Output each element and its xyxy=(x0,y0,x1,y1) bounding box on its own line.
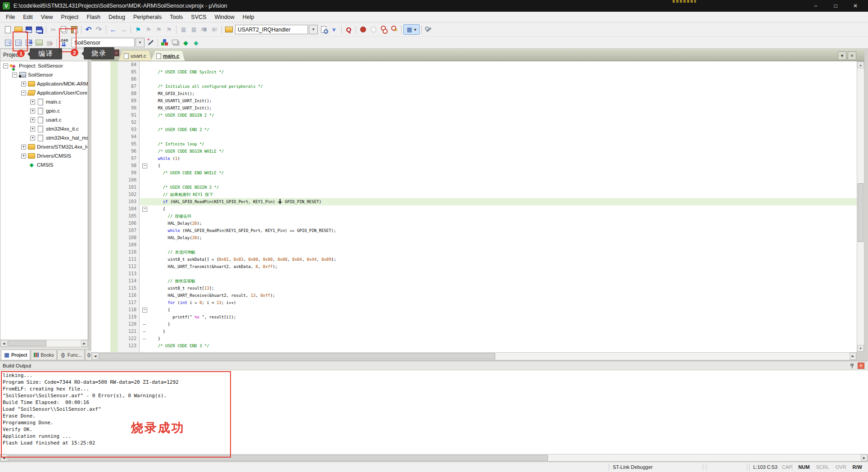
save-icon[interactable] xyxy=(23,25,34,34)
load-icon[interactable] xyxy=(59,38,69,47)
redo-icon[interactable] xyxy=(94,25,104,34)
code-line[interactable]: while (1) xyxy=(140,155,857,162)
code-line[interactable] xyxy=(140,241,857,249)
tree-expander-icon[interactable]: + xyxy=(21,145,26,150)
build-icon[interactable] xyxy=(13,38,23,47)
pin-icon[interactable] xyxy=(850,363,854,368)
breakpoint-enable-icon[interactable] xyxy=(379,25,389,34)
find-in-files-icon[interactable] xyxy=(319,25,329,34)
paste-icon[interactable] xyxy=(69,25,79,34)
code-line[interactable]: } xyxy=(140,335,857,342)
tree-item-application-user-core[interactable]: −Application/User/Core xyxy=(0,88,88,97)
function-combo[interactable]: USART2_IRQHandler xyxy=(235,25,308,34)
code-line[interactable]: /* USER CODE END WHILE */ xyxy=(140,169,857,177)
undo-icon[interactable] xyxy=(83,25,94,34)
scroll-thumb[interactable] xyxy=(8,455,548,461)
scroll-left-icon[interactable]: ◀ xyxy=(0,454,7,461)
windows-layers-icon[interactable] xyxy=(170,38,181,47)
code-line[interactable] xyxy=(140,270,857,277)
code-line[interactable]: MX_USART2_UART_Init(); xyxy=(140,104,857,112)
comment-icon[interactable] xyxy=(199,25,209,34)
code-line[interactable]: uint8_t askData[] = {0x01, 0x03, 0x00, 0… xyxy=(140,256,857,263)
tree-expander-icon[interactable]: + xyxy=(30,109,35,113)
menu-tools[interactable]: Tools xyxy=(166,13,187,22)
build-output-hscrollbar[interactable]: ◀ ▶ xyxy=(0,454,868,462)
scroll-right-icon[interactable]: ▶ xyxy=(850,353,856,360)
bookmark-next-icon[interactable] xyxy=(154,25,164,34)
file-extensions-icon[interactable] xyxy=(191,38,201,47)
code-line[interactable]: { xyxy=(140,162,857,169)
code-line[interactable]: HAL_UART_Transmit(&huart2, askData, 8, 0… xyxy=(140,263,857,270)
code-line[interactable]: /* USER CODE BEGIN WHILE */ xyxy=(140,148,857,155)
indent-icon[interactable] xyxy=(178,25,189,34)
code-line[interactable]: // 如果检测到 KEY1 按下 xyxy=(140,191,857,198)
code-line[interactable]: while (HAL_GPIO_ReadPin(KEY1_GPIO_Port, … xyxy=(140,227,857,234)
code-line[interactable]: } xyxy=(140,321,857,328)
breakpoint-disabled-icon[interactable] xyxy=(368,25,379,34)
options-wand-icon[interactable] xyxy=(145,38,156,47)
code-line[interactable]: /* USER CODE BEGIN 3 */ xyxy=(140,184,857,191)
workspace-tab-func[interactable]: Func... xyxy=(57,349,85,360)
bookmark-prev-icon[interactable] xyxy=(143,25,154,34)
code-line[interactable]: for (int i = 0; i < 13; i++) xyxy=(140,299,857,306)
editor-tab-main-c[interactable]: main.c xyxy=(151,51,185,61)
code-line[interactable]: // 按键去抖 xyxy=(140,213,857,220)
tree-item-drivers-stm32l4xx-hal-dri[interactable]: +Drivers/STM32L4xx_HAL_Dri xyxy=(0,142,88,151)
tree-item-gpio-c[interactable]: +gpio.c xyxy=(0,106,88,115)
tree-expander-icon[interactable]: + xyxy=(21,82,26,86)
tree-expander-icon[interactable]: + xyxy=(21,154,26,159)
save-all-icon[interactable] xyxy=(34,25,44,34)
menu-file[interactable]: File xyxy=(2,13,19,22)
tree-expander-icon[interactable]: + xyxy=(30,136,35,141)
tree-expander-icon[interactable]: − xyxy=(21,91,26,95)
tree-item-application-mdk-arm[interactable]: +Application/MDK-ARM xyxy=(0,79,88,88)
bookmark-clear-icon[interactable] xyxy=(164,25,174,34)
breakpoint-icon[interactable] xyxy=(358,25,368,34)
goto-def-icon[interactable] xyxy=(329,25,339,34)
tree-item-soilsensor[interactable]: −SoilSensor xyxy=(0,70,88,79)
scroll-down-icon[interactable]: ▼ xyxy=(857,345,864,352)
code-editor[interactable]: 8485868788899091929394959697989910010110… xyxy=(91,61,857,352)
tree-item-stm32l4xx-it-c[interactable]: +stm32l4xx_it.c xyxy=(0,124,88,133)
runtime-env-icon[interactable] xyxy=(160,38,170,47)
code-line[interactable]: /* USER CODE BEGIN 2 */ xyxy=(140,112,857,119)
tree-item-stm32l4xx-hal-msp-c[interactable]: +stm32l4xx_hal_msp.c xyxy=(0,133,88,142)
code-line[interactable]: /* USER CODE END 2 */ xyxy=(140,126,857,133)
minimize-button[interactable]: – xyxy=(806,0,826,12)
wrench-icon[interactable] xyxy=(424,25,434,34)
lookup-icon[interactable] xyxy=(344,25,354,34)
forward-icon[interactable] xyxy=(118,25,129,34)
build-output-log[interactable]: linking...Program Size: Code=7344 RO-dat… xyxy=(0,370,868,456)
translate-icon[interactable] xyxy=(3,38,13,47)
code-line[interactable]: HAL_UART_Receive(&huart2, result, 13, 0x… xyxy=(140,292,857,299)
code-line[interactable] xyxy=(140,119,857,126)
outdent-icon[interactable] xyxy=(189,25,199,34)
editor-tab-usart-c[interactable]: usart.c xyxy=(118,51,152,61)
tree-expander-icon[interactable]: − xyxy=(3,64,8,68)
code-line[interactable]: printf(" %x ", result[i]); xyxy=(140,313,857,321)
tree-item-drivers-cmsis[interactable]: +Drivers/CMSIS xyxy=(0,151,88,160)
funcfolder-icon[interactable] xyxy=(224,25,234,34)
scroll-up-icon[interactable]: ▲ xyxy=(857,62,864,68)
tab-close-icon[interactable]: ✕ xyxy=(848,51,856,60)
scroll-left-icon[interactable]: ◀ xyxy=(92,353,99,360)
code-line[interactable]: /* Initialize all configured peripherals… xyxy=(140,83,857,90)
code-line[interactable]: /* Infinite loop */ xyxy=(140,141,857,148)
stop-build-icon[interactable] xyxy=(44,38,54,47)
editor-vscrollbar[interactable]: ▲ ▼ xyxy=(857,61,864,352)
batch-build-icon[interactable] xyxy=(34,38,44,47)
menu-flash[interactable]: Flash xyxy=(82,13,104,22)
code-line[interactable] xyxy=(140,133,857,141)
code-line[interactable]: MX_GPIO_Init(); xyxy=(140,90,857,97)
scroll-right-icon[interactable]: ▶ xyxy=(81,340,88,347)
tree-expander-icon[interactable]: + xyxy=(30,127,35,132)
menu-svcs[interactable]: SVCS xyxy=(187,13,210,22)
maximize-button[interactable]: □ xyxy=(826,0,845,12)
workspace-tab-project[interactable]: Project xyxy=(1,349,30,360)
tree-item-usart-c[interactable]: +usart.c xyxy=(0,115,88,124)
code-line[interactable]: // 接收应答帧 xyxy=(140,277,857,285)
close-panel-icon[interactable]: ✕ xyxy=(858,363,864,369)
code-line[interactable] xyxy=(140,177,857,184)
workspace-tab-books[interactable]: Books xyxy=(31,349,57,360)
function-combo-arrow-icon[interactable]: ▼ xyxy=(309,25,318,34)
